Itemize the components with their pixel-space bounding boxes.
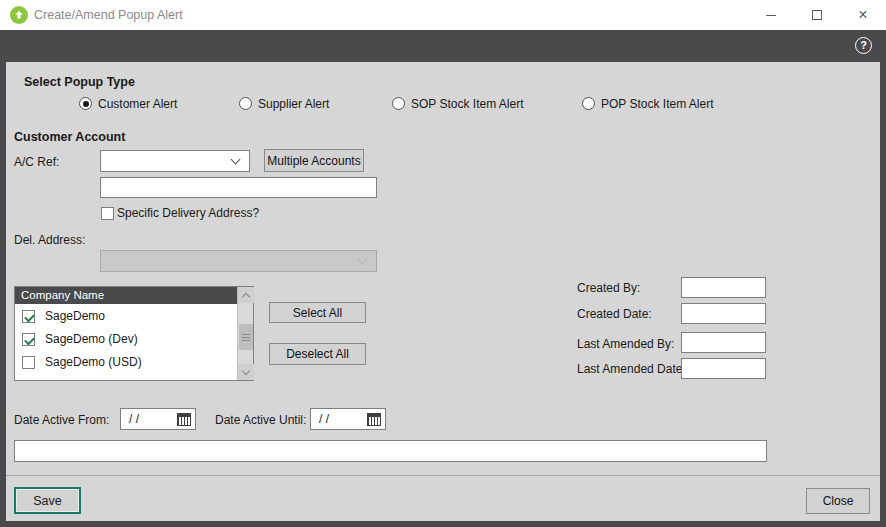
radio-label: POP Stock Item Alert <box>601 97 714 111</box>
ac-ref-label: A/C Ref: <box>14 155 59 169</box>
list-scrollbar[interactable] <box>237 287 253 380</box>
close-icon: × <box>858 7 867 23</box>
app-icon <box>10 6 28 24</box>
date-active-from-field[interactable]: / / <box>120 408 196 430</box>
date-value: / / <box>129 412 139 426</box>
last-amended-date-field <box>681 358 766 379</box>
date-active-until-field[interactable]: / / <box>310 408 386 430</box>
dialog-create-amend-popup-alert: Create/Amend Popup Alert × ? Select Popu… <box>0 0 886 527</box>
last-amended-by-label: Last Amended By: <box>577 337 674 351</box>
checkbox-icon[interactable] <box>22 310 35 323</box>
radio-icon <box>239 97 252 110</box>
calendar-icon[interactable] <box>367 413 381 426</box>
scroll-down-icon[interactable] <box>238 364 254 380</box>
maximize-button[interactable] <box>794 0 840 30</box>
save-button[interactable]: Save <box>14 487 81 514</box>
created-by-field <box>681 277 766 298</box>
checkbox-icon <box>101 207 114 220</box>
checkbox-icon[interactable] <box>22 333 35 346</box>
radio-sop-stock-item-alert[interactable]: SOP Stock Item Alert <box>392 96 524 111</box>
scrollbar-thumb[interactable] <box>239 324 253 350</box>
list-item-sagedemo-usd[interactable]: SageDemo (USD) <box>22 354 142 370</box>
select-all-button[interactable]: Select All <box>269 302 366 323</box>
list-item-sagedemo[interactable]: SageDemo <box>22 308 105 324</box>
footer-divider <box>6 475 880 476</box>
created-by-label: Created By: <box>577 281 640 295</box>
company-name: SageDemo (USD) <box>45 355 142 369</box>
date-value: / / <box>319 412 329 426</box>
radio-supplier-alert[interactable]: Supplier Alert <box>239 96 329 111</box>
created-date-label: Created Date: <box>577 307 652 321</box>
date-active-from-label: Date Active From: <box>14 413 109 427</box>
date-active-until-label: Date Active Until: <box>215 413 306 427</box>
multiple-accounts-button[interactable]: Multiple Accounts <box>264 149 364 172</box>
scroll-up-icon[interactable] <box>238 287 254 303</box>
alert-text-field[interactable] <box>14 440 767 462</box>
checkbox-icon[interactable] <box>22 356 35 369</box>
ac-ref-combobox[interactable] <box>100 150 250 172</box>
company-name: SageDemo <box>45 309 105 323</box>
company-list-header: Company Name <box>15 287 237 304</box>
radio-icon <box>392 97 405 110</box>
select-popup-type-label: Select Popup Type <box>24 75 135 89</box>
specific-delivery-label: Specific Delivery Address? <box>117 206 259 220</box>
account-name-field[interactable] <box>100 177 377 198</box>
last-amended-by-field <box>681 332 766 353</box>
minimize-icon <box>766 15 776 16</box>
header-bar: ? <box>0 30 886 62</box>
radio-label: SOP Stock Item Alert <box>411 97 524 111</box>
company-name: SageDemo (Dev) <box>45 332 138 346</box>
chevron-down-icon <box>358 255 368 265</box>
help-icon[interactable]: ? <box>855 37 872 54</box>
minimize-button[interactable] <box>748 0 794 30</box>
del-address-value <box>101 254 105 268</box>
calendar-icon[interactable] <box>177 413 191 426</box>
deselect-all-button[interactable]: Deselect All <box>269 343 366 365</box>
window-controls: × <box>748 0 886 30</box>
created-date-field <box>681 303 766 324</box>
radio-customer-alert[interactable]: Customer Alert <box>79 96 177 111</box>
chevron-down-icon <box>231 155 241 165</box>
del-address-combobox <box>100 250 377 272</box>
radio-label: Customer Alert <box>98 97 177 111</box>
close-window-button[interactable]: × <box>840 0 886 30</box>
specific-delivery-checkbox[interactable]: Specific Delivery Address? <box>101 206 259 220</box>
close-button[interactable]: Close <box>806 488 870 514</box>
company-list: Company Name SageDemo SageDemo (Dev) Sag… <box>14 286 254 381</box>
customer-account-label: Customer Account <box>14 130 125 144</box>
radio-icon <box>582 97 595 110</box>
last-amended-date-label: Last Amended Date: <box>577 362 686 376</box>
ac-ref-value <box>101 154 105 168</box>
home-glyph <box>14 10 24 20</box>
window-title: Create/Amend Popup Alert <box>34 0 183 30</box>
maximize-icon <box>812 10 822 20</box>
radio-pop-stock-item-alert[interactable]: POP Stock Item Alert <box>582 96 714 111</box>
radio-label: Supplier Alert <box>258 97 329 111</box>
del-address-label: Del. Address: <box>14 233 85 247</box>
title-bar: Create/Amend Popup Alert × <box>0 0 886 30</box>
radio-icon <box>79 97 92 110</box>
list-item-sagedemo-dev[interactable]: SageDemo (Dev) <box>22 331 138 347</box>
